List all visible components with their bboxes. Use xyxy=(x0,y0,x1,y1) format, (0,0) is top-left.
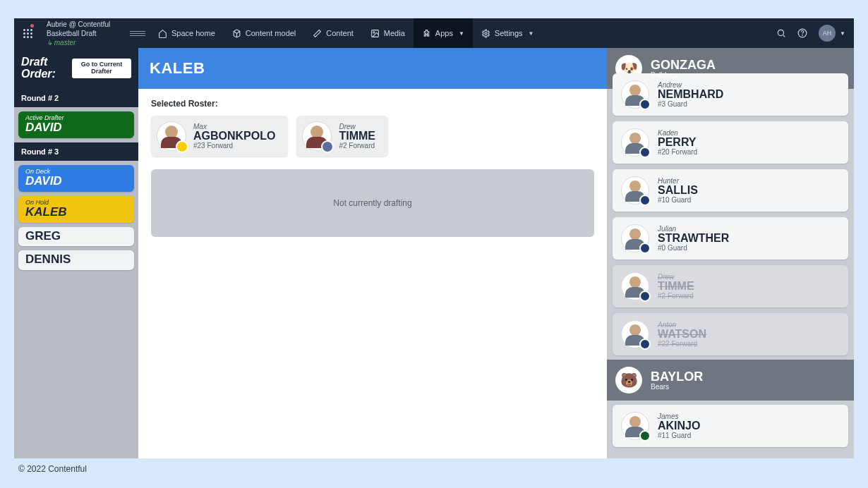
svg-point-5 xyxy=(802,35,803,36)
player-last-name: AKINJO xyxy=(658,420,700,432)
puzzle-icon xyxy=(422,29,431,38)
roster-cards: Max AGBONKPOLO #23 Forward Drew TIMME #2… xyxy=(151,116,594,157)
team-player-card[interactable]: Kaden PERRY #20 Forward xyxy=(613,121,848,164)
player-last-name: SALLIS xyxy=(658,185,698,196)
nav-apps[interactable]: Apps▼ xyxy=(414,18,473,48)
search-icon[interactable] xyxy=(776,28,786,38)
nav-space-home[interactable]: Space home xyxy=(150,18,224,48)
player-avatar xyxy=(621,80,649,109)
chevron-down-icon: ▼ xyxy=(459,30,464,37)
team-subtitle: Bulldogs xyxy=(651,71,716,79)
center-panel: KALEB Selected Roster: Max AGBONKPOLO #2… xyxy=(138,48,607,458)
copyright: © 2022 Contentful xyxy=(14,458,854,474)
svg-point-1 xyxy=(373,31,375,32)
team-player-card: Drew TIMME #2 Forward xyxy=(613,265,848,307)
team-player-card[interactable]: Julian STRAWTHER #0 Guard xyxy=(613,217,848,260)
player-last-name: WATSON xyxy=(658,329,706,340)
team-player-card[interactable]: Hunter SALLIS #10 Guard xyxy=(613,169,848,212)
roster-player-card[interactable]: Max AGBONKPOLO #23 Forward xyxy=(151,116,288,157)
drafter-name: DAVID xyxy=(25,121,127,134)
svg-point-2 xyxy=(485,32,487,34)
nav-items: Space home Content model Content Media A… xyxy=(150,18,542,48)
round-header: Round # 3 xyxy=(14,142,138,161)
apps-launcher-icon[interactable] xyxy=(14,18,41,48)
svg-point-3 xyxy=(778,30,783,35)
nav-settings[interactable]: Settings▼ xyxy=(473,18,543,48)
player-last-name: TIMME xyxy=(339,130,375,142)
team-logo: 🐻 xyxy=(615,367,642,394)
player-last-name: AGBONKPOLO xyxy=(193,130,275,142)
drafter-status: On Hold xyxy=(25,199,127,206)
current-drafter-title: KALEB xyxy=(138,48,607,89)
user-avatar[interactable]: AH xyxy=(819,25,836,42)
player-avatar xyxy=(621,412,649,440)
drafter-card[interactable]: On DeckDAVID xyxy=(18,165,134,192)
player-position: #10 Guard xyxy=(658,196,698,204)
player-position: #0 Guard xyxy=(658,244,729,252)
goto-current-drafter-button[interactable]: Go to Current Drafter xyxy=(72,59,131,78)
space-name: Basketball Draft xyxy=(47,29,120,38)
drafter-name: GREG xyxy=(25,230,127,243)
team-name: BAYLOR xyxy=(651,370,703,383)
chevron-down-icon: ▼ xyxy=(529,30,534,37)
cube-icon xyxy=(232,29,241,38)
drafter-name: KALEB xyxy=(25,206,127,219)
player-position: #2 Forward xyxy=(658,292,694,300)
player-last-name: PERRY xyxy=(658,137,697,148)
env-name: ↳ master xyxy=(47,38,120,47)
team-subtitle: Bears xyxy=(651,383,703,391)
player-last-name: NEMBHARD xyxy=(658,89,723,100)
gear-icon xyxy=(481,29,490,38)
drafter-card[interactable]: On HoldKALEB xyxy=(18,196,134,223)
player-position: #11 Guard xyxy=(658,432,700,439)
draft-order-panel: Draft Order: Go to Current Drafter Round… xyxy=(14,48,138,458)
player-avatar xyxy=(621,176,649,205)
space-info: Aubrie @ Contentful Basketball Draft ↳ m… xyxy=(41,20,126,47)
player-position: #22 Forward xyxy=(658,340,706,348)
drafter-name: DENNIS xyxy=(25,253,127,266)
nav-media[interactable]: Media xyxy=(362,18,414,48)
team-player-card: Anton WATSON #22 Forward xyxy=(613,313,848,355)
player-last-name: STRAWTHER xyxy=(658,233,729,244)
chevron-down-icon: ▼ xyxy=(840,30,845,37)
teams-panel: 🐶 GONZAGA Bulldogs Andrew NEMBHARD #3 Gu… xyxy=(607,48,854,458)
draft-order-title: Draft Order: xyxy=(21,56,72,80)
image-icon xyxy=(370,29,380,38)
drafter-status: On Deck xyxy=(25,168,127,175)
team-player-card[interactable]: James AKINJO #11 Guard xyxy=(613,405,848,447)
drafter-card[interactable]: Active DrafterDAVID xyxy=(18,111,134,138)
player-last-name: TIMME xyxy=(658,281,694,292)
not-drafting-zone: Not currently drafting xyxy=(151,169,594,237)
round-header: Round # 2 xyxy=(14,89,138,107)
menu-icon[interactable] xyxy=(130,31,145,36)
player-position: #23 Forward xyxy=(193,142,275,150)
player-avatar xyxy=(621,272,649,300)
player-avatar xyxy=(621,224,649,252)
player-avatar xyxy=(621,320,649,348)
drafter-card[interactable]: GREG xyxy=(18,227,134,247)
nav-content-model[interactable]: Content model xyxy=(224,18,305,48)
roster-player-card[interactable]: Drew TIMME #2 Forward xyxy=(296,116,388,157)
top-nav: Aubrie @ Contentful Basketball Draft ↳ m… xyxy=(14,18,854,48)
drafter-card[interactable]: DENNIS xyxy=(18,250,134,270)
player-position: #20 Forward xyxy=(658,148,697,156)
player-position: #3 Guard xyxy=(658,100,723,108)
selected-roster-label: Selected Roster: xyxy=(151,99,594,109)
player-avatar xyxy=(157,121,186,151)
nav-content[interactable]: Content xyxy=(304,18,362,48)
player-position: #2 Forward xyxy=(339,142,375,150)
drafter-status: Active Drafter xyxy=(25,114,127,121)
player-avatar xyxy=(302,121,332,151)
help-icon[interactable] xyxy=(797,28,807,38)
team-header: 🐻 BAYLOR Bears xyxy=(607,360,854,401)
player-avatar xyxy=(621,128,649,157)
team-player-card[interactable]: Andrew NEMBHARD #3 Guard xyxy=(613,73,848,116)
pencil-icon xyxy=(313,29,322,38)
home-icon xyxy=(158,29,167,38)
drafter-name: DAVID xyxy=(25,175,127,188)
user-org: Aubrie @ Contentful xyxy=(47,20,120,29)
